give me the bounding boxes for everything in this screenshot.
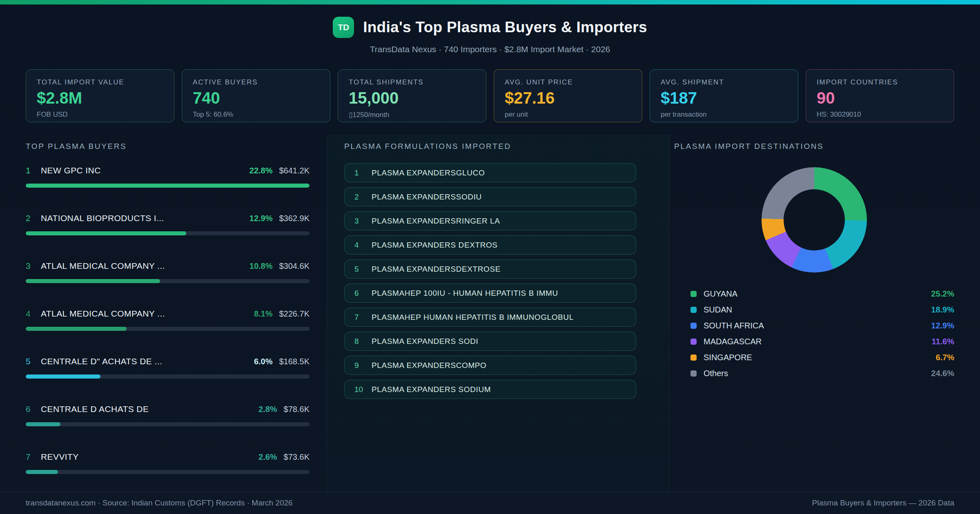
destinations-legend: GUYANA 25.2% SUDAN 18.9% SOUTH AFRICA 12… <box>690 286 954 381</box>
stat-value: 740 <box>193 90 319 106</box>
legend-value: 11.6% <box>931 337 954 346</box>
buyer-name: ATLAL MEDICAL COMPANY ... <box>41 309 165 319</box>
buyer-share-pct: 12.9% <box>249 214 273 223</box>
formulation-pill[interactable]: 3 PLASMA EXPANDERSRINGER LA <box>344 211 636 230</box>
stat-value: 90 <box>817 90 943 106</box>
formulation-pill[interactable]: 10 PLASMA EXPANDERS SODIUM <box>344 380 636 399</box>
formulation-label: PLASMA EXPANDERSGLUCO <box>372 168 485 177</box>
top-accent-bar <box>0 0 980 4</box>
title-row: TD India's Top Plasma Buyers & Importers <box>333 17 647 38</box>
stat-sub: FOB USD <box>37 111 163 119</box>
buyer-name: REVVITY <box>41 452 79 462</box>
stat-label: AVG. UNIT PRICE <box>505 78 631 86</box>
buyer-bar-track <box>26 327 310 331</box>
buyer-rank: 2 <box>26 213 41 223</box>
formulation-rank: 5 <box>354 265 368 274</box>
buyer-bar-track <box>26 374 310 379</box>
buyer-value: $168.5K <box>279 357 310 366</box>
buyer-share-pct: 2.6% <box>258 452 277 462</box>
formulation-label: PLASMA EXPANDERS SODI <box>372 337 478 346</box>
buyer-row: 2 NATIONAL BIOPRODUCTS I... 12.9% $362.9… <box>26 213 310 235</box>
formulation-label: PLASMA EXPANDERSSODIU <box>372 193 482 202</box>
legend-value: 24.6% <box>931 369 954 378</box>
stat-value: $187 <box>661 90 787 106</box>
buyer-row: 5 CENTRALE D" ACHATS DE ... 6.0% $168.5K <box>26 357 310 379</box>
formulation-pill[interactable]: 9 PLASMA EXPANDERSCOMPO <box>344 356 636 375</box>
formulation-label: PLASMA EXPANDERS DEXTROS <box>372 241 498 250</box>
formulation-pill[interactable]: 2 PLASMA EXPANDERSSODIU <box>344 187 636 206</box>
formulation-rank: 10 <box>354 385 368 394</box>
donut-chart-wrap <box>674 167 954 273</box>
header: TD India's Top Plasma Buyers & Importers… <box>0 4 980 65</box>
buyer-bar-track <box>26 231 310 235</box>
formulations-section: PLASMA FORMULATIONS IMPORTED 1 PLASMA EX… <box>327 135 669 500</box>
buyer-share-pct: 10.8% <box>249 261 273 271</box>
stat-value: $2.8M <box>37 90 163 106</box>
formulations-list: 1 PLASMA EXPANDERSGLUCO 2 PLASMA EXPANDE… <box>344 163 636 399</box>
buyer-value: $304.6K <box>279 261 310 271</box>
legend-label: Others <box>704 369 728 378</box>
buyer-bar-fill <box>26 374 100 379</box>
buyer-value: $78.6K <box>284 405 310 414</box>
formulation-rank: 6 <box>354 289 368 298</box>
buyer-share-pct: 8.1% <box>254 309 273 319</box>
buyer-rank: 6 <box>26 404 41 414</box>
legend-row: SOUTH AFRICA 12.9% <box>690 318 954 334</box>
buyer-value: $641.2K <box>279 166 310 175</box>
buyer-name: CENTRALE D ACHATS DE <box>41 404 149 414</box>
stat-card-avg-unit-price: AVG. UNIT PRICE $27.16 per unit <box>494 69 642 122</box>
buyer-row: 6 CENTRALE D ACHATS DE 2.8% $78.6K <box>26 404 310 426</box>
formulation-pill[interactable]: 1 PLASMA EXPANDERSGLUCO <box>344 163 636 182</box>
formulation-rank: 1 <box>354 168 368 177</box>
stat-label: TOTAL IMPORT VALUE <box>37 78 163 86</box>
legend-value: 18.9% <box>931 305 954 315</box>
formulation-label: PLASMAHEP 100IU - HUMAN HEPATITIS B IMMU <box>372 289 558 298</box>
formulation-label: PLASMA EXPANDERS SODIUM <box>372 385 491 394</box>
legend-label: GUYANA <box>704 289 737 299</box>
buyer-bar-fill <box>26 327 127 331</box>
buyer-rank: 5 <box>26 357 41 366</box>
stat-card-total-shipments: TOTAL SHIPMENTS 15,000 ▯1250/month <box>338 69 486 122</box>
buyer-bar-fill <box>26 231 186 235</box>
stat-label: TOTAL SHIPMENTS <box>349 78 475 86</box>
buyer-bar-fill <box>26 470 58 474</box>
stat-card-import-countries: IMPORT COUNTRIES 90 HS: 30029010 <box>806 69 954 122</box>
formulation-pill[interactable]: 6 PLASMAHEP 100IU - HUMAN HEPATITIS B IM… <box>344 284 636 303</box>
stat-label: IMPORT COUNTRIES <box>817 78 943 86</box>
buyer-share-pct: 22.8% <box>249 166 273 175</box>
stat-card-total-import-value: TOTAL IMPORT VALUE $2.8M FOB USD <box>26 69 174 122</box>
stat-value: 15,000 <box>349 90 475 106</box>
legend-swatch <box>690 307 697 313</box>
stat-sub: ▯1250/month <box>349 111 475 119</box>
buyer-share-pct: 6.0% <box>254 357 273 366</box>
dashboard-page: TD India's Top Plasma Buyers & Importers… <box>0 0 980 514</box>
formulation-label: PLASMAHEP HUMAN HEPATITIS B IMMUNOGLOBUL <box>372 313 574 322</box>
legend-row: GUYANA 25.2% <box>690 286 954 302</box>
main-columns: TOP PLASMA BUYERS 1 NEW GPC INC 22.8% $6… <box>0 135 980 492</box>
legend-row: SINGAPORE 6.7% <box>690 350 954 366</box>
buyer-bar-fill <box>26 422 60 426</box>
formulation-pill[interactable]: 5 PLASMA EXPANDERSDEXTROSE <box>344 259 636 279</box>
section-title-destinations: PLASMA IMPORT DESTINATIONS <box>674 142 954 151</box>
formulation-rank: 2 <box>354 193 368 202</box>
formulation-pill[interactable]: 8 PLASMA EXPANDERS SODI <box>344 332 636 351</box>
formulation-rank: 3 <box>354 217 368 226</box>
legend-row: MADAGASCAR 11.6% <box>690 334 954 350</box>
legend-swatch <box>690 339 697 345</box>
formulation-pill[interactable]: 7 PLASMAHEP HUMAN HEPATITIS B IMMUNOGLOB… <box>344 308 636 327</box>
legend-swatch <box>690 354 697 361</box>
buyer-rank: 1 <box>26 166 41 175</box>
footer-source: transdatanexus.com · Source: Indian Cust… <box>26 498 293 507</box>
buyer-value: $73.6K <box>284 452 310 462</box>
app-logo: TD <box>333 17 354 38</box>
buyers-section: TOP PLASMA BUYERS 1 NEW GPC INC 22.8% $6… <box>0 135 327 500</box>
buyer-bar-track <box>26 184 310 188</box>
legend-label: SUDAN <box>704 305 732 315</box>
formulation-label: PLASMA EXPANDERSDEXTROSE <box>372 265 501 274</box>
buyer-value: $226.7K <box>279 309 310 319</box>
buyer-bar-track <box>26 422 310 426</box>
formulation-rank: 9 <box>354 361 368 370</box>
stat-value: $27.16 <box>505 90 631 106</box>
buyer-bar-track <box>26 470 310 474</box>
formulation-pill[interactable]: 4 PLASMA EXPANDERS DEXTROS <box>344 235 636 255</box>
